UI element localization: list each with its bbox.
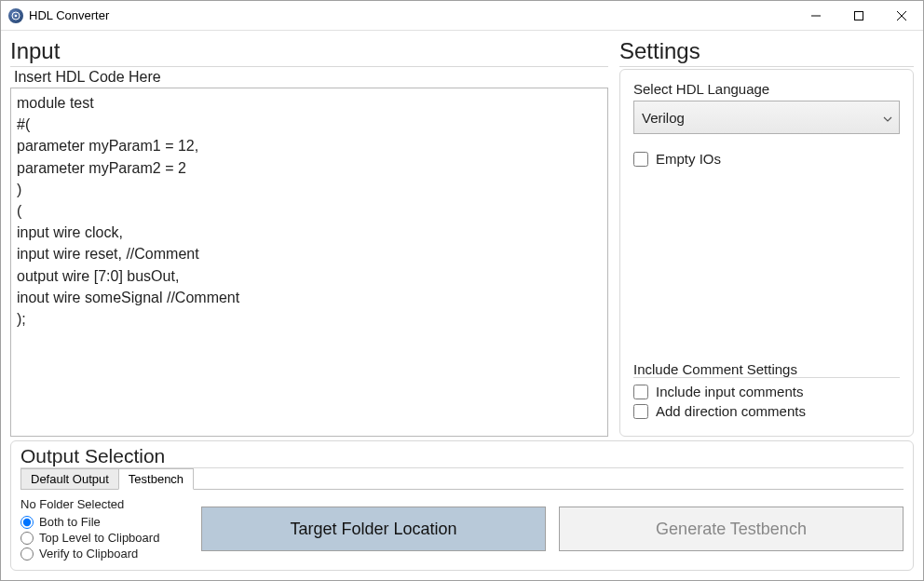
tab-body-testbench: No Folder Selected Both to File Top Leve… — [20, 489, 904, 561]
radio-both-to-file-label: Both to File — [39, 515, 101, 529]
add-direction-comments-checkbox[interactable] — [633, 404, 648, 419]
top-row: Input Insert HDL Code Here Settings Sele… — [10, 38, 914, 437]
generate-testbench-button[interactable]: Generate Testbench — [559, 507, 904, 551]
app-icon — [8, 8, 23, 23]
language-field: Select HDL Language Verilog — [633, 81, 900, 134]
radio-both-to-file-row[interactable]: Both to File — [20, 515, 188, 529]
radio-verify-to-clipboard[interactable] — [20, 547, 34, 561]
close-button[interactable] — [880, 1, 923, 30]
input-panel: Input Insert HDL Code Here — [10, 38, 608, 437]
content-area: Input Insert HDL Code Here Settings Sele… — [1, 31, 923, 580]
radio-top-to-clipboard-row[interactable]: Top Level to Clipboard — [20, 531, 188, 545]
include-input-comments-row[interactable]: Include input comments — [633, 384, 900, 399]
output-target-column: No Folder Selected Both to File Top Leve… — [20, 497, 188, 561]
empty-ios-checkbox-row[interactable]: Empty IOs — [633, 151, 900, 167]
radio-verify-to-clipboard-label: Verify to Clipboard — [39, 547, 138, 561]
comment-settings-title: Include Comment Settings — [633, 361, 900, 378]
folder-status: No Folder Selected — [20, 497, 188, 511]
language-select-value: Verilog — [642, 110, 685, 126]
radio-verify-to-clipboard-row[interactable]: Verify to Clipboard — [20, 547, 188, 561]
window-controls — [795, 1, 923, 30]
empty-ios-checkbox[interactable] — [633, 152, 648, 167]
close-icon — [897, 11, 906, 20]
tab-default-output[interactable]: Default Output — [20, 468, 119, 490]
settings-box: Select HDL Language Verilog Empty — [619, 69, 914, 437]
minimize-button[interactable] — [795, 1, 837, 30]
svg-line-5 — [897, 11, 906, 20]
radio-top-to-clipboard[interactable] — [20, 532, 34, 545]
maximize-icon — [854, 11, 863, 20]
tab-testbench[interactable]: Testbench — [118, 468, 194, 490]
target-folder-button[interactable]: Target Folder Location — [201, 507, 546, 551]
output-tabstrip: Default Output Testbench — [20, 467, 904, 489]
language-label: Select HDL Language — [633, 81, 900, 97]
settings-panel: Settings Select HDL Language Verilog — [619, 38, 914, 437]
add-direction-comments-row[interactable]: Add direction comments — [633, 403, 900, 419]
titlebar-left: HDL Converter — [1, 8, 795, 23]
include-input-comments-checkbox[interactable] — [633, 385, 648, 399]
radio-top-to-clipboard-label: Top Level to Clipboard — [39, 531, 159, 545]
settings-panel-title: Settings — [619, 38, 914, 67]
comment-settings-group: Include Comment Settings Include input c… — [633, 361, 900, 423]
maximize-button[interactable] — [837, 1, 880, 30]
svg-line-4 — [897, 11, 906, 20]
radio-both-to-file[interactable] — [20, 516, 34, 529]
include-input-comments-label: Include input comments — [656, 384, 803, 399]
minimize-icon — [811, 11, 821, 20]
app-window: HDL Converter Input Insert HDL Code Here… — [0, 0, 924, 581]
empty-ios-label: Empty IOs — [656, 151, 721, 167]
input-panel-title: Input — [10, 38, 608, 67]
hdl-code-input[interactable] — [10, 88, 608, 437]
window-title: HDL Converter — [29, 8, 109, 22]
output-panel-title: Output Selection — [20, 445, 904, 468]
svg-rect-3 — [855, 11, 863, 20]
output-buttons: Target Folder Location Generate Testbenc… — [201, 497, 904, 561]
language-select[interactable]: Verilog — [633, 101, 900, 134]
titlebar: HDL Converter — [1, 1, 923, 31]
add-direction-comments-label: Add direction comments — [656, 403, 806, 419]
input-label: Insert HDL Code Here — [10, 69, 608, 86]
language-select-wrap: Verilog — [633, 101, 900, 134]
svg-point-1 — [15, 14, 18, 17]
output-panel: Output Selection Default Output Testbenc… — [10, 440, 914, 571]
